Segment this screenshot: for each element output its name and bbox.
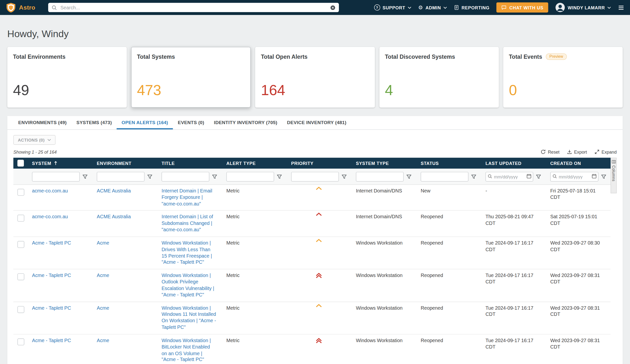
column-header-last-updated[interactable]: LAST UPDATED	[480, 161, 545, 166]
top-nav: Astro ? SUPPORT ⚙ ADMIN REPORTING	[0, 0, 630, 15]
actions-dropdown-button[interactable]: ACTIONS (0)	[13, 135, 56, 145]
filter-alert-type-input[interactable]	[226, 172, 274, 181]
column-header-environment[interactable]: ENVIRONMENT	[92, 161, 156, 166]
actions-label: ACTIONS (0)	[18, 137, 44, 142]
system-link[interactable]: acme-co.com.au	[32, 188, 68, 194]
user-name: WINDY LAMARR	[568, 5, 605, 10]
columns-panel-toggle[interactable]: Columns	[610, 158, 617, 193]
card-total-environments[interactable]: Total Environments 49	[8, 47, 127, 108]
row-checkbox[interactable]	[18, 241, 24, 248]
expand-button[interactable]: Expand	[594, 149, 617, 154]
calendar-icon[interactable]	[592, 173, 597, 179]
card-total-events[interactable]: Total Events Preview 0	[503, 47, 623, 108]
admin-menu[interactable]: ⚙ ADMIN	[418, 5, 447, 10]
alert-title-link[interactable]: Windows Workstation | BitLocker Not Enab…	[162, 338, 211, 363]
row-checkbox[interactable]	[18, 306, 24, 313]
column-header-status[interactable]: STATUS	[416, 161, 480, 166]
alert-title-link[interactable]: Windows Workstation | Windows 11 Not Ins…	[162, 305, 216, 330]
table-row: Acme - Taplett PC Acme Windows Workstati…	[13, 334, 610, 364]
preview-badge: Preview	[546, 54, 567, 60]
app: Astro ? SUPPORT ⚙ ADMIN REPORTING	[0, 0, 630, 364]
tab-device-inventory[interactable]: DEVICE INVENTORY (481)	[282, 116, 352, 129]
system-link[interactable]: Acme - Taplett PC	[32, 338, 71, 343]
reset-button[interactable]: Reset	[541, 149, 560, 154]
tab-environments[interactable]: ENVIRONMENTS (49)	[13, 116, 71, 129]
system-type-cell: Internet Domain/DNS	[351, 185, 416, 210]
brand-name: Astro	[19, 4, 35, 11]
row-checkbox[interactable]	[18, 339, 24, 345]
filter-last-updated-date-input[interactable]	[486, 172, 533, 181]
created-on-cell: Sat 2025-07-19 15:01 CDT	[545, 211, 610, 236]
row-checkbox[interactable]	[18, 189, 24, 196]
main-panel: ENVIRONMENTS (49) SYSTEMS (473) OPEN ALE…	[8, 116, 623, 364]
tab-open-alerts[interactable]: OPEN ALERTS (164)	[117, 116, 173, 129]
environment-link[interactable]: Acme	[97, 240, 109, 246]
filter-environment-input[interactable]	[97, 172, 144, 181]
alert-type-cell: Metric	[222, 211, 286, 236]
system-link[interactable]: acme-co.com.au	[32, 214, 68, 220]
filter-title-input[interactable]	[162, 172, 209, 181]
alert-title-link[interactable]: Windows Workstation | Outlook Privilege …	[162, 273, 214, 297]
tab-systems[interactable]: SYSTEMS (473)	[72, 116, 117, 129]
card-total-systems[interactable]: Total Systems 473	[131, 47, 251, 108]
alert-title-link[interactable]: Internet Domain | Email Forgery Exposure…	[162, 188, 212, 206]
tab-events[interactable]: EVENTS (0)	[173, 116, 209, 129]
environment-link[interactable]: Acme	[97, 273, 109, 278]
system-type-cell: Internet Domain/DNS	[351, 211, 416, 236]
user-menu[interactable]: WINDY LAMARR	[555, 2, 611, 12]
filter-system-type-input[interactable]	[356, 172, 404, 181]
system-type-cell: Windows Workstation	[351, 269, 416, 301]
column-header-alert-type[interactable]: ALERT TYPE	[222, 161, 286, 166]
support-menu[interactable]: ? SUPPORT	[374, 4, 411, 10]
tab-identity-inventory[interactable]: IDENTITY INVENTORY (705)	[209, 116, 282, 129]
system-link[interactable]: Acme - Taplett PC	[32, 273, 71, 278]
header-label: STATUS	[420, 161, 439, 166]
filter-priority-input[interactable]	[291, 172, 339, 181]
filter-icon[interactable]	[212, 174, 217, 180]
lion-logo-icon[interactable]	[6, 2, 16, 13]
avatar-icon	[555, 2, 565, 12]
global-search[interactable]	[48, 3, 339, 12]
calendar-icon[interactable]	[526, 173, 532, 179]
row-checkbox[interactable]	[18, 215, 24, 222]
environment-link[interactable]: Acme	[97, 305, 109, 311]
column-header-title[interactable]: TITLE	[157, 161, 222, 166]
environment-link[interactable]: Acme	[97, 338, 109, 343]
last-updated-cell: Tue 2024-09-17 16:17 CDT	[480, 302, 545, 334]
column-header-priority[interactable]: PRIORITY	[286, 161, 351, 166]
table-row: acme-co.com.au ACME Australia Internet D…	[13, 211, 610, 237]
reporting-menu[interactable]: REPORTING	[454, 5, 490, 10]
table-row: Acme - Taplett PC Acme Windows Workstati…	[13, 302, 610, 334]
row-checkbox[interactable]	[18, 274, 24, 280]
select-all-checkbox[interactable]	[18, 160, 24, 167]
system-link[interactable]: Acme - Taplett PC	[32, 240, 71, 246]
filter-icon[interactable]	[147, 174, 152, 180]
environment-link[interactable]: ACME Australia	[97, 188, 131, 194]
filter-icon[interactable]	[276, 174, 282, 180]
column-header-system-type[interactable]: SYSTEM TYPE	[351, 161, 416, 166]
card-total-open-alerts[interactable]: Total Open Alerts 164	[255, 47, 375, 108]
priority-cell	[286, 185, 351, 210]
filter-icon[interactable]	[471, 174, 476, 180]
alert-title-link[interactable]: Windows Workstation | Drives With Less T…	[162, 240, 212, 265]
filter-icon[interactable]	[536, 174, 542, 180]
system-link[interactable]: Acme - Taplett PC	[32, 305, 71, 311]
search-input[interactable]	[60, 4, 328, 10]
filter-icon[interactable]	[406, 174, 412, 180]
export-button[interactable]: Export	[567, 149, 587, 154]
chat-with-us-button[interactable]: CHAT WITH US	[496, 2, 548, 12]
column-header-created-on[interactable]: CREATED ON	[545, 161, 610, 166]
filter-status-input[interactable]	[420, 172, 468, 181]
filter-system-input[interactable]	[32, 172, 80, 181]
clear-search-icon[interactable]	[330, 5, 336, 10]
filter-icon[interactable]	[82, 174, 88, 180]
hamburger-menu-icon[interactable]	[618, 4, 624, 10]
card-total-discovered-systems[interactable]: Total Discovered Systems 4	[379, 47, 499, 108]
column-header-system[interactable]: SYSTEM	[27, 161, 92, 166]
filter-icon[interactable]	[601, 174, 606, 180]
alert-title-link[interactable]: Internet Domain | List of Subdomains Cha…	[162, 214, 213, 232]
environment-link[interactable]: ACME Australia	[97, 214, 131, 220]
card-value: 4	[385, 83, 393, 97]
filter-icon[interactable]	[341, 174, 347, 180]
filter-created-on-date-input[interactable]	[550, 172, 598, 181]
